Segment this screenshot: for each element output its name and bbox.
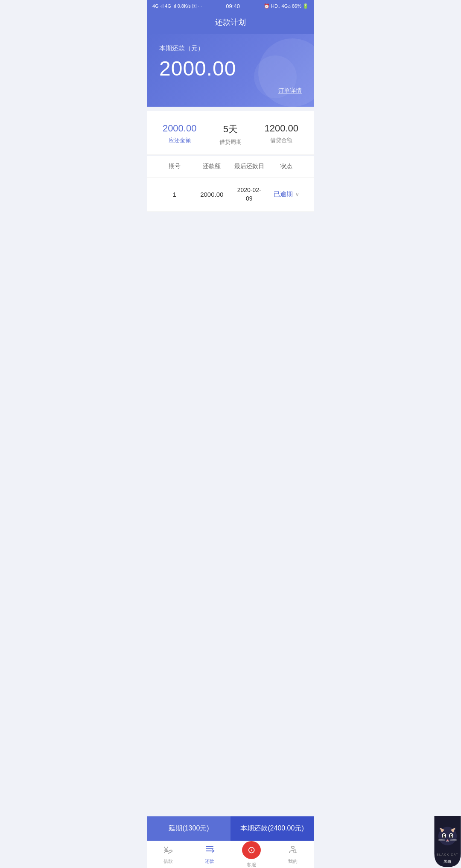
table-row: 1 2000.00 2020-02-09 已逾期 ∨ [147,178,314,212]
repay-icon [204,845,215,856]
page-header: 还款计划 [147,12,314,34]
svg-point-3 [295,850,295,851]
cell-period: 1 [156,191,193,198]
col-period: 期号 [156,163,193,170]
repay-now-button[interactable]: 本期还款(2400.00元) [230,816,314,841]
hero-section: 本期还款（元） 2000.00 订单详情 [147,34,314,107]
chevron-down-icon: ∨ [295,192,299,198]
svg-rect-2 [294,850,296,853]
stats-section: 2000.00 应还金额 5天 借贷周期 1200.00 借贷金额 [147,111,314,155]
nav-label-repay: 还款 [205,858,214,865]
order-detail-link[interactable]: 订单详情 [159,87,302,95]
table-header: 期号 还款额 最后还款日 状态 [147,156,314,178]
nav-label-service: 客服 [247,862,256,868]
cell-due-date: 2020-02-09 [230,186,268,203]
nav-item-service[interactable]: ⊙ 客服 [230,841,272,868]
loan-icon: ¥ [163,845,173,856]
page-title: 还款计划 [215,18,246,26]
hero-label: 本期还款（元） [159,44,302,52]
repayment-table: 期号 还款额 最后还款日 状态 1 2000.00 2020-02-09 已逾期… [147,156,314,212]
status-bar: 4G ·ıl 4G ·ıl 0.8K/s 囯 ··· 09:40 ⏰ HD↓ 4… [147,0,314,12]
mine-icon [288,845,298,856]
cell-amount: 2000.00 [193,191,231,198]
nav-item-repay[interactable]: 还款 [189,841,231,868]
status-time: 09:40 [226,3,240,9]
stat-label-due: 应还金额 [154,137,205,144]
stat-item-period: 5天 借贷周期 [205,123,256,146]
cell-status[interactable]: 已逾期 ∨ [268,190,306,198]
col-amount: 还款额 [193,163,231,170]
stat-value-due: 2000.00 [154,123,205,134]
status-left: 4G ·ıl 4G ·ıl 0.8K/s 囯 ··· [152,3,202,9]
col-due-date: 最后还款日 [230,163,268,170]
status-right: ⏰ HD↓ 4G⌂ 86% 🔋 [264,3,309,9]
service-icon: ⊙ [248,845,255,856]
svg-text:¥: ¥ [163,845,169,854]
nav-label-mine: 我的 [288,858,298,865]
delay-button[interactable]: 延期(1300元) [147,816,230,841]
stat-value-period: 5天 [205,123,256,136]
col-status: 状态 [268,163,306,170]
stat-label-loan: 借贷金额 [256,137,307,144]
nav-item-mine[interactable]: 我的 [272,841,314,868]
bottom-nav: ¥ 借款 还款 ⊙ 客服 我的 [147,841,314,868]
empty-content-area [147,212,314,374]
stat-label-period: 借贷周期 [205,138,256,146]
stat-item-loan: 1200.00 借贷金额 [256,123,307,144]
stat-value-loan: 1200.00 [256,123,307,134]
action-buttons: 延期(1300元) 本期还款(2400.00元) [147,816,314,841]
nav-item-loan[interactable]: ¥ 借款 [147,841,189,868]
stat-item-due: 2000.00 应还金额 [154,123,205,144]
svg-rect-1 [292,846,294,848]
status-text: 已逾期 [274,190,293,198]
nav-label-loan: 借款 [163,858,173,865]
hero-amount: 2000.00 [159,57,302,80]
service-circle: ⊙ [242,841,261,859]
